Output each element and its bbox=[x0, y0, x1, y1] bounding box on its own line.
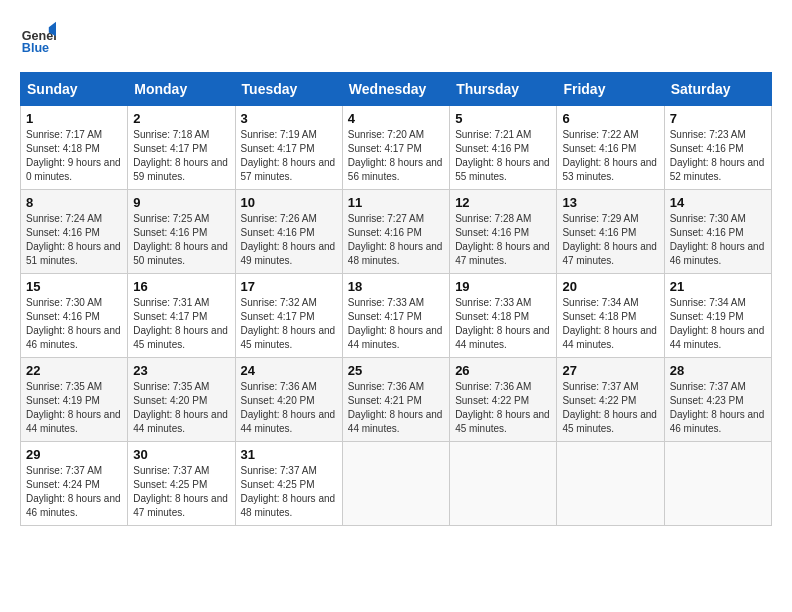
calendar-cell: 19Sunrise: 7:33 AMSunset: 4:18 PMDayligh… bbox=[450, 274, 557, 358]
calendar-cell: 14Sunrise: 7:30 AMSunset: 4:16 PMDayligh… bbox=[664, 190, 771, 274]
calendar-cell: 31Sunrise: 7:37 AMSunset: 4:25 PMDayligh… bbox=[235, 442, 342, 526]
calendar-cell: 7Sunrise: 7:23 AMSunset: 4:16 PMDaylight… bbox=[664, 106, 771, 190]
day-info: Sunrise: 7:22 AMSunset: 4:16 PMDaylight:… bbox=[562, 128, 658, 184]
calendar-cell bbox=[342, 442, 449, 526]
day-info: Sunrise: 7:34 AMSunset: 4:18 PMDaylight:… bbox=[562, 296, 658, 352]
day-info: Sunrise: 7:37 AMSunset: 4:23 PMDaylight:… bbox=[670, 380, 766, 436]
day-number: 21 bbox=[670, 279, 766, 294]
calendar-cell: 28Sunrise: 7:37 AMSunset: 4:23 PMDayligh… bbox=[664, 358, 771, 442]
calendar-cell: 12Sunrise: 7:28 AMSunset: 4:16 PMDayligh… bbox=[450, 190, 557, 274]
day-info: Sunrise: 7:36 AMSunset: 4:20 PMDaylight:… bbox=[241, 380, 337, 436]
day-info: Sunrise: 7:37 AMSunset: 4:24 PMDaylight:… bbox=[26, 464, 122, 520]
day-info: Sunrise: 7:29 AMSunset: 4:16 PMDaylight:… bbox=[562, 212, 658, 268]
day-number: 17 bbox=[241, 279, 337, 294]
day-info: Sunrise: 7:30 AMSunset: 4:16 PMDaylight:… bbox=[670, 212, 766, 268]
calendar-week-row: 29Sunrise: 7:37 AMSunset: 4:24 PMDayligh… bbox=[21, 442, 772, 526]
day-info: Sunrise: 7:32 AMSunset: 4:17 PMDaylight:… bbox=[241, 296, 337, 352]
day-number: 23 bbox=[133, 363, 229, 378]
weekday-header-saturday: Saturday bbox=[664, 73, 771, 106]
weekday-header-thursday: Thursday bbox=[450, 73, 557, 106]
day-info: Sunrise: 7:36 AMSunset: 4:21 PMDaylight:… bbox=[348, 380, 444, 436]
day-info: Sunrise: 7:23 AMSunset: 4:16 PMDaylight:… bbox=[670, 128, 766, 184]
day-info: Sunrise: 7:28 AMSunset: 4:16 PMDaylight:… bbox=[455, 212, 551, 268]
day-number: 1 bbox=[26, 111, 122, 126]
day-number: 19 bbox=[455, 279, 551, 294]
weekday-header-sunday: Sunday bbox=[21, 73, 128, 106]
calendar-week-row: 1Sunrise: 7:17 AMSunset: 4:18 PMDaylight… bbox=[21, 106, 772, 190]
day-number: 25 bbox=[348, 363, 444, 378]
weekday-header-wednesday: Wednesday bbox=[342, 73, 449, 106]
day-number: 13 bbox=[562, 195, 658, 210]
day-info: Sunrise: 7:27 AMSunset: 4:16 PMDaylight:… bbox=[348, 212, 444, 268]
calendar-cell: 9Sunrise: 7:25 AMSunset: 4:16 PMDaylight… bbox=[128, 190, 235, 274]
day-info: Sunrise: 7:35 AMSunset: 4:19 PMDaylight:… bbox=[26, 380, 122, 436]
day-info: Sunrise: 7:20 AMSunset: 4:17 PMDaylight:… bbox=[348, 128, 444, 184]
day-number: 20 bbox=[562, 279, 658, 294]
day-number: 10 bbox=[241, 195, 337, 210]
calendar-cell: 17Sunrise: 7:32 AMSunset: 4:17 PMDayligh… bbox=[235, 274, 342, 358]
calendar-cell: 4Sunrise: 7:20 AMSunset: 4:17 PMDaylight… bbox=[342, 106, 449, 190]
calendar-cell: 13Sunrise: 7:29 AMSunset: 4:16 PMDayligh… bbox=[557, 190, 664, 274]
calendar-week-row: 15Sunrise: 7:30 AMSunset: 4:16 PMDayligh… bbox=[21, 274, 772, 358]
calendar-table: SundayMondayTuesdayWednesdayThursdayFrid… bbox=[20, 72, 772, 526]
calendar-cell: 1Sunrise: 7:17 AMSunset: 4:18 PMDaylight… bbox=[21, 106, 128, 190]
day-number: 18 bbox=[348, 279, 444, 294]
day-number: 30 bbox=[133, 447, 229, 462]
calendar-cell: 22Sunrise: 7:35 AMSunset: 4:19 PMDayligh… bbox=[21, 358, 128, 442]
calendar-cell: 11Sunrise: 7:27 AMSunset: 4:16 PMDayligh… bbox=[342, 190, 449, 274]
day-number: 14 bbox=[670, 195, 766, 210]
day-number: 3 bbox=[241, 111, 337, 126]
calendar-cell: 24Sunrise: 7:36 AMSunset: 4:20 PMDayligh… bbox=[235, 358, 342, 442]
calendar-cell bbox=[557, 442, 664, 526]
calendar-cell: 23Sunrise: 7:35 AMSunset: 4:20 PMDayligh… bbox=[128, 358, 235, 442]
calendar-cell: 16Sunrise: 7:31 AMSunset: 4:17 PMDayligh… bbox=[128, 274, 235, 358]
day-info: Sunrise: 7:24 AMSunset: 4:16 PMDaylight:… bbox=[26, 212, 122, 268]
day-info: Sunrise: 7:21 AMSunset: 4:16 PMDaylight:… bbox=[455, 128, 551, 184]
day-number: 5 bbox=[455, 111, 551, 126]
weekday-header-friday: Friday bbox=[557, 73, 664, 106]
day-info: Sunrise: 7:19 AMSunset: 4:17 PMDaylight:… bbox=[241, 128, 337, 184]
calendar-week-row: 8Sunrise: 7:24 AMSunset: 4:16 PMDaylight… bbox=[21, 190, 772, 274]
day-info: Sunrise: 7:18 AMSunset: 4:17 PMDaylight:… bbox=[133, 128, 229, 184]
calendar-cell: 20Sunrise: 7:34 AMSunset: 4:18 PMDayligh… bbox=[557, 274, 664, 358]
day-info: Sunrise: 7:33 AMSunset: 4:18 PMDaylight:… bbox=[455, 296, 551, 352]
calendar-cell: 30Sunrise: 7:37 AMSunset: 4:25 PMDayligh… bbox=[128, 442, 235, 526]
calendar-cell: 27Sunrise: 7:37 AMSunset: 4:22 PMDayligh… bbox=[557, 358, 664, 442]
day-info: Sunrise: 7:26 AMSunset: 4:16 PMDaylight:… bbox=[241, 212, 337, 268]
calendar-cell: 25Sunrise: 7:36 AMSunset: 4:21 PMDayligh… bbox=[342, 358, 449, 442]
page-header: General Blue bbox=[20, 20, 772, 56]
calendar-cell: 6Sunrise: 7:22 AMSunset: 4:16 PMDaylight… bbox=[557, 106, 664, 190]
calendar-cell: 26Sunrise: 7:36 AMSunset: 4:22 PMDayligh… bbox=[450, 358, 557, 442]
weekday-header-monday: Monday bbox=[128, 73, 235, 106]
day-number: 11 bbox=[348, 195, 444, 210]
day-info: Sunrise: 7:25 AMSunset: 4:16 PMDaylight:… bbox=[133, 212, 229, 268]
calendar-cell: 21Sunrise: 7:34 AMSunset: 4:19 PMDayligh… bbox=[664, 274, 771, 358]
day-number: 7 bbox=[670, 111, 766, 126]
calendar-cell bbox=[664, 442, 771, 526]
day-number: 28 bbox=[670, 363, 766, 378]
calendar-cell: 8Sunrise: 7:24 AMSunset: 4:16 PMDaylight… bbox=[21, 190, 128, 274]
logo-icon: General Blue bbox=[20, 20, 56, 56]
day-number: 12 bbox=[455, 195, 551, 210]
calendar-week-row: 22Sunrise: 7:35 AMSunset: 4:19 PMDayligh… bbox=[21, 358, 772, 442]
day-number: 22 bbox=[26, 363, 122, 378]
calendar-cell: 3Sunrise: 7:19 AMSunset: 4:17 PMDaylight… bbox=[235, 106, 342, 190]
weekday-header-row: SundayMondayTuesdayWednesdayThursdayFrid… bbox=[21, 73, 772, 106]
calendar-cell bbox=[450, 442, 557, 526]
calendar-cell: 2Sunrise: 7:18 AMSunset: 4:17 PMDaylight… bbox=[128, 106, 235, 190]
day-number: 15 bbox=[26, 279, 122, 294]
calendar-cell: 18Sunrise: 7:33 AMSunset: 4:17 PMDayligh… bbox=[342, 274, 449, 358]
day-number: 29 bbox=[26, 447, 122, 462]
day-info: Sunrise: 7:17 AMSunset: 4:18 PMDaylight:… bbox=[26, 128, 122, 184]
logo: General Blue bbox=[20, 20, 60, 56]
calendar-cell: 29Sunrise: 7:37 AMSunset: 4:24 PMDayligh… bbox=[21, 442, 128, 526]
day-number: 24 bbox=[241, 363, 337, 378]
day-number: 16 bbox=[133, 279, 229, 294]
day-number: 8 bbox=[26, 195, 122, 210]
day-info: Sunrise: 7:34 AMSunset: 4:19 PMDaylight:… bbox=[670, 296, 766, 352]
weekday-header-tuesday: Tuesday bbox=[235, 73, 342, 106]
day-info: Sunrise: 7:35 AMSunset: 4:20 PMDaylight:… bbox=[133, 380, 229, 436]
day-info: Sunrise: 7:37 AMSunset: 4:25 PMDaylight:… bbox=[241, 464, 337, 520]
day-info: Sunrise: 7:30 AMSunset: 4:16 PMDaylight:… bbox=[26, 296, 122, 352]
calendar-cell: 15Sunrise: 7:30 AMSunset: 4:16 PMDayligh… bbox=[21, 274, 128, 358]
